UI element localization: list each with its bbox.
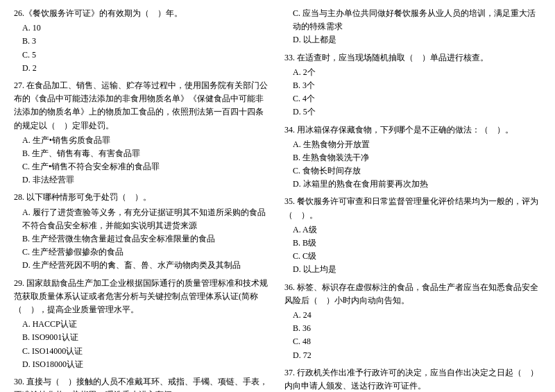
question-34-text: 34. 用冰箱保存保藏食物，下列哪个是不正确的做法：（ ）。 [284,123,541,137]
question-33: 33. 在适查时，应当现场随机抽取（ ）单品进行核查。 A. 2个 B. 3个 … [284,51,541,119]
question-33-text: 33. 在适查时，应当现场随机抽取（ ）单品进行核查。 [284,51,541,65]
question-28-text: 28. 以下哪种情形可免于处罚（ ）。 [14,191,271,204]
option: A. 生产•销售劣质食品罪 [22,134,271,147]
question-36-text: 36. 标签、标识存在虚假标注的食品，食品生产者应当在知悉食品安全风险后（ ）小… [284,281,541,307]
question-37-text: 37. 行政机关作出准予行政许可的决定，应当自作出决定之日起（ ）内向申请人颁发… [284,366,541,392]
option: B. 3 [22,35,271,48]
option: D. 生产经营死因不明的禽、畜、兽、水产动物肉类及其制品 [22,259,271,272]
option: A. 履行了进货查验等义务，有充分证据证明其不知道所采购的食品不符合食品安全标准… [22,206,271,232]
option: B. ISO9001认证 [22,331,271,344]
option: A. 生熟食物分开放置 [293,138,541,151]
option: C. 5 [22,49,271,62]
question-27-text: 27. 在食品加工、销售、运输、贮存等过程中，使用国务院有关部门公布的《食品中可… [14,79,271,133]
two-column-layout: 26.《餐饮服务许可证》的有效期为（ ）年。 A. 10 B. 3 C. 5 D… [14,7,541,392]
question-32c-options: C. 应当与主办单位共同做好餐饮服务从业人员的培训，满足重大活动的特殊需求 D.… [284,7,541,47]
option: B. 生产、销售有毒、有害食品罪 [22,147,271,160]
option: A. 2个 [293,66,541,79]
question-35-options: A. A级 B. B级 C. C级 D. 以上均是 [284,223,541,277]
question-34: 34. 用冰箱保存保藏食物，下列哪个是不正确的做法：（ ）。 A. 生熟食物分开… [284,123,541,191]
question-37: 37. 行政机关作出准予行政许可的决定，应当自作出决定之日起（ ）内向申请人颁发… [284,366,541,392]
option: C. ISO14000认证 [22,345,271,358]
option: B. B级 [293,237,541,250]
option: D. 2 [22,62,271,75]
option: D. 以上均是 [293,263,541,276]
question-27: 27. 在食品加工、销售、运输、贮存等过程中，使用国务院有关部门公布的《食品中可… [14,79,271,187]
option: B. 生熟食物装洗干净 [293,151,541,164]
option: C. 应当与主办单位共同做好餐饮服务从业人员的培训，满足重大活动的特殊需求 [293,7,541,33]
question-30-text: 30. 直接与（ ）接触的人员不准戴耳环、戒指、手镯、项链、手表，不准涂抹化妆、… [14,375,271,392]
option: D. 5个 [293,105,541,119]
question-32-continued: C. 应当与主办单位共同做好餐饮服务从业人员的培训，满足重大活动的特殊需求 D.… [284,7,541,47]
option: C. 48 [293,335,541,348]
option: A. HACCP认证 [22,318,271,331]
question-26-options: A. 10 B. 3 C. 5 D. 2 [14,22,271,75]
option: D. 以上都是 [293,33,541,46]
right-column: C. 应当与主办单位共同做好餐饮服务从业人员的培训，满足重大活动的特殊需求 D.… [284,7,541,392]
question-26-text: 26.《餐饮服务许可证》的有效期为（ ）年。 [14,7,271,20]
option: C. 生产•销售不符合安全标准的食品罪 [22,160,271,173]
question-35: 35. 餐饮服务许可审查和日常监督管理量化评价结果均为一般的，评为（ ）。 A.… [284,195,541,276]
question-28: 28. 以下哪种情形可免于处罚（ ）。 A. 履行了进货查验等义务，有充分证据证… [14,191,271,272]
question-30: 30. 直接与（ ）接触的人员不准戴耳环、戒指、手镯、项链、手表，不准涂抹化妆、… [14,375,271,392]
option: D. 非法经营罪 [22,173,271,187]
option: C. 4个 [293,92,541,105]
question-28-options: A. 履行了进货查验等义务，有充分证据证明其不知道所采购的食品不符合食品安全标准… [14,206,271,273]
question-36: 36. 标签、标识存在虚假标注的食品，食品生产者应当在知悉食品安全风险后（ ）小… [284,281,541,362]
option: B. 生产经营微生物含量超过食品安全标准限量的食品 [22,232,271,246]
question-29-text: 29. 国家鼓励食品生产加工企业根据国际通行的质量管理标准和技术规范获取质量体系… [14,277,271,317]
option: C. 生产经营掺假掺杂的食品 [22,246,271,259]
option: C. 食物长时间存放 [293,164,541,178]
question-29-options: A. HACCP认证 B. ISO9001认证 C. ISO14000认证 D.… [14,318,271,371]
option: B. 3个 [293,79,541,92]
option: D. 冰箱里的熟食在食用前要再次加热 [293,178,541,191]
left-column: 26.《餐饮服务许可证》的有效期为（ ）年。 A. 10 B. 3 C. 5 D… [14,7,271,392]
option: D. ISO18000认证 [22,358,271,371]
option: A. 10 [22,22,271,35]
question-26: 26.《餐饮服务许可证》的有效期为（ ）年。 A. 10 B. 3 C. 5 D… [14,7,271,75]
question-35-text: 35. 餐饮服务许可审查和日常监督管理量化评价结果均为一般的，评为（ ）。 [284,195,541,221]
question-27-options: A. 生产•销售劣质食品罪 B. 生产、销售有毒、有害食品罪 C. 生产•销售不… [14,134,271,187]
option: A. 24 [293,309,541,322]
question-29: 29. 国家鼓励食品生产加工企业根据国际通行的质量管理标准和技术规范获取质量体系… [14,277,271,371]
option: D. 72 [293,349,541,362]
option: A. A级 [293,223,541,237]
page-container: 26.《餐饮服务许可证》的有效期为（ ）年。 A. 10 B. 3 C. 5 D… [14,7,541,392]
option: C. C级 [293,250,541,263]
question-34-options: A. 生熟食物分开放置 B. 生熟食物装洗干净 C. 食物长时间存放 D. 冰箱… [284,138,541,191]
option: B. 36 [293,322,541,335]
question-36-options: A. 24 B. 36 C. 48 D. 72 [284,309,541,362]
question-33-options: A. 2个 B. 3个 C. 4个 D. 5个 [284,66,541,119]
